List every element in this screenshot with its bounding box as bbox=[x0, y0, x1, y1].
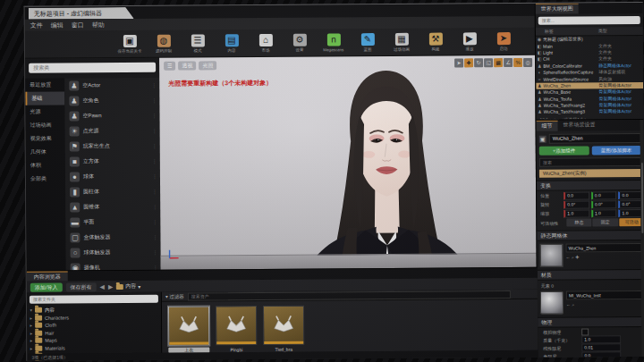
drag-grip-icon[interactable]: ⋮ bbox=[152, 204, 157, 210]
drag-grip-icon[interactable]: ⋮ bbox=[151, 113, 157, 119]
material-asset-picker[interactable]: MI_WuCha_Inst bbox=[566, 290, 642, 300]
component-tree-row[interactable]: WuCha_Zhen(实例) bbox=[539, 169, 641, 178]
place-actors-category[interactable]: 最近放置 bbox=[25, 79, 64, 92]
viewport-tool-button[interactable]: ➤ bbox=[454, 58, 463, 67]
place-actor-item[interactable]: ▬ 平面 ⋮ bbox=[65, 215, 160, 231]
asset-view[interactable]: ▾ 过滤器 搜索资产 bbox=[162, 290, 538, 353]
material-picker-icons[interactable]: ← ⌕ bbox=[566, 301, 642, 308]
drag-grip-icon[interactable]: ⋮ bbox=[153, 249, 158, 256]
details-search-input[interactable]: 搜索 bbox=[539, 157, 641, 167]
toolbar-button[interactable]: ▣ 保存当前关卡 bbox=[116, 34, 143, 53]
viewport-tool-button[interactable]: ∠ bbox=[504, 58, 513, 67]
value-input[interactable]: 0.01 bbox=[581, 343, 621, 351]
expand-arrow-icon[interactable]: ▸ bbox=[27, 338, 32, 343]
folder-search-input[interactable]: 搜索文件夹 bbox=[30, 295, 158, 304]
outliner-row[interactable]: ♟ WuCha_Taozhuang3 骨架网格体Actor bbox=[536, 108, 643, 115]
toolbar-button[interactable]: ⚒ 构建 bbox=[422, 32, 449, 51]
asset-tile[interactable]: Pingbi bbox=[216, 306, 257, 352]
menu-item[interactable]: 窗口 bbox=[72, 20, 84, 30]
place-actors-category[interactable]: 光源 bbox=[25, 105, 64, 119]
toolbar-button[interactable]: ◍ 源码控制 bbox=[150, 34, 177, 53]
value-input[interactable]: 1.0 bbox=[581, 335, 621, 343]
tab-world-outliner[interactable]: 世界大纲视图 bbox=[536, 4, 579, 14]
static-mesh-asset-picker[interactable]: WuCha_Zhen bbox=[566, 243, 642, 253]
place-actor-item[interactable]: ♟ 空角色 ⋮ bbox=[64, 93, 159, 109]
viewport-tool-button[interactable]: ◱ bbox=[484, 58, 493, 67]
tab-details[interactable]: 细节 bbox=[537, 121, 558, 131]
viewport-tool-button[interactable]: ▦ bbox=[494, 58, 503, 67]
expand-arrow-icon[interactable]: ▸ bbox=[27, 331, 32, 336]
x-value-input[interactable]: 0.0 bbox=[564, 191, 589, 199]
viewport-tool-button[interactable]: ◎ bbox=[523, 58, 532, 67]
toolbar-button[interactable]: ⚙ 设置 bbox=[286, 33, 313, 52]
place-actors-category[interactable]: 几何体 bbox=[26, 146, 65, 159]
materials-section-header[interactable]: 材质 bbox=[538, 269, 644, 281]
toolbar-button[interactable]: ▦ 过场动画 bbox=[388, 32, 415, 51]
window-tab[interactable]: 无标题项目 - 虚幻编辑器 bbox=[29, 7, 134, 20]
toolbar-button[interactable]: ⌂ 市场 bbox=[252, 33, 279, 52]
viewport-lit-dropdown[interactable]: 光照 bbox=[199, 61, 216, 70]
physics-section-header[interactable]: 物理 bbox=[538, 316, 644, 328]
place-actor-item[interactable]: ▢ 盒体触发器 ⋮ bbox=[65, 230, 160, 246]
drag-grip-icon[interactable]: ⋮ bbox=[152, 219, 157, 225]
asset-search-input[interactable]: 搜索资产 bbox=[188, 290, 511, 301]
place-actors-category[interactable]: 基础 bbox=[25, 92, 64, 105]
expand-arrow-icon[interactable]: ▸ bbox=[27, 323, 32, 328]
material-thumbnail[interactable] bbox=[540, 291, 564, 315]
y-value-input[interactable]: 0.0° bbox=[591, 200, 617, 208]
back-button[interactable]: ◀ bbox=[99, 282, 104, 291]
blueprint-add-script-button[interactable]: 蓝图/添加脚本 bbox=[591, 146, 641, 155]
drag-grip-icon[interactable]: ⋮ bbox=[152, 173, 157, 180]
details-scrollbar[interactable] bbox=[640, 120, 644, 357]
mobility-option-button[interactable]: 固定 bbox=[593, 218, 618, 226]
drag-grip-icon[interactable]: ⋮ bbox=[151, 82, 157, 88]
x-value-input[interactable]: 1.0 bbox=[564, 209, 589, 217]
toolbar-button[interactable]: ✎ 蓝图 bbox=[354, 33, 381, 52]
menu-item[interactable]: 文件 bbox=[30, 21, 43, 31]
drag-grip-icon[interactable]: ⋮ bbox=[151, 97, 157, 104]
place-actors-category[interactable]: 视觉效果 bbox=[26, 132, 65, 146]
expand-arrow-icon[interactable]: ▾ bbox=[27, 307, 32, 313]
toolbar-button[interactable]: ➤ 启动 bbox=[490, 31, 517, 50]
y-value-input[interactable]: 1.0 bbox=[591, 209, 617, 217]
breadcrumb[interactable]: 内容 ▾ bbox=[116, 282, 140, 290]
viewport-perspective-dropdown[interactable]: 透视 bbox=[178, 61, 196, 70]
forward-button[interactable]: ▶ bbox=[108, 282, 113, 291]
place-actor-item[interactable]: ⚑ 玩家出生点 ⋮ bbox=[65, 139, 160, 155]
place-actor-item[interactable]: ○ 球体触发器 ⋮ bbox=[66, 245, 161, 261]
toolbar-button[interactable]: n Megascans bbox=[320, 33, 347, 52]
asset-tile[interactable]: 上衣 bbox=[168, 306, 209, 352]
drag-grip-icon[interactable]: ⋮ bbox=[152, 234, 157, 240]
drag-grip-icon[interactable]: ⋮ bbox=[152, 158, 157, 164]
menu-item[interactable]: 帮助 bbox=[92, 20, 105, 30]
place-actor-item[interactable]: ☀ 点光源 ⋮ bbox=[65, 123, 160, 139]
place-actors-category[interactable]: 过场动画 bbox=[26, 119, 65, 132]
expand-arrow-icon[interactable]: ▸ bbox=[27, 346, 32, 351]
tab-world-settings[interactable]: 世界场景设置 bbox=[558, 120, 601, 130]
static-mesh-section-header[interactable]: 静态网格体 bbox=[537, 230, 644, 241]
place-actors-category[interactable]: 全部类 bbox=[26, 173, 65, 186]
drag-grip-icon[interactable]: ⋮ bbox=[152, 128, 157, 134]
place-actors-search-input[interactable]: 搜索类 bbox=[29, 63, 156, 73]
add-import-button[interactable]: 添加/导入 bbox=[30, 282, 63, 291]
y-value-input[interactable]: 0.0 bbox=[591, 191, 617, 199]
level-viewport[interactable]: ☰ 透视 光照 ➤ ✚ ↻ ◱ ▦ ∠ % ◎ 光照需要重新构建（3个未构建对象… bbox=[159, 55, 538, 271]
outliner-search-input[interactable]: 搜索... bbox=[538, 16, 640, 25]
value-input[interactable]: 0.0 bbox=[581, 351, 621, 358]
viewport-tool-button[interactable]: ↻ bbox=[474, 58, 483, 67]
place-actor-item[interactable]: ▮ 圆柱体 ⋮ bbox=[65, 184, 160, 200]
viewport-options-icon[interactable]: ☰ bbox=[164, 62, 175, 71]
place-actor-item[interactable]: ● 球体 ⋮ bbox=[65, 169, 160, 185]
viewport-tool-button[interactable]: % bbox=[513, 58, 522, 67]
save-all-button[interactable]: 保存所有 bbox=[65, 282, 96, 291]
viewport-tool-button[interactable]: ✚ bbox=[464, 58, 473, 67]
expand-arrow-icon[interactable]: ▸ bbox=[27, 316, 32, 321]
checkbox[interactable] bbox=[581, 328, 589, 335]
asset-tile[interactable]: Tied_bra bbox=[263, 306, 304, 352]
menu-item[interactable]: 编辑 bbox=[51, 21, 64, 31]
filters-button[interactable]: ▾ 过滤器 bbox=[165, 293, 184, 299]
place-actor-item[interactable]: ▲ 圆锥体 ⋮ bbox=[65, 199, 160, 215]
tab-content-browser[interactable]: 内容浏览器 bbox=[27, 272, 68, 282]
place-actor-item[interactable]: ♟ 空Actor ⋮ bbox=[64, 78, 159, 94]
drag-grip-icon[interactable]: ⋮ bbox=[152, 189, 157, 195]
